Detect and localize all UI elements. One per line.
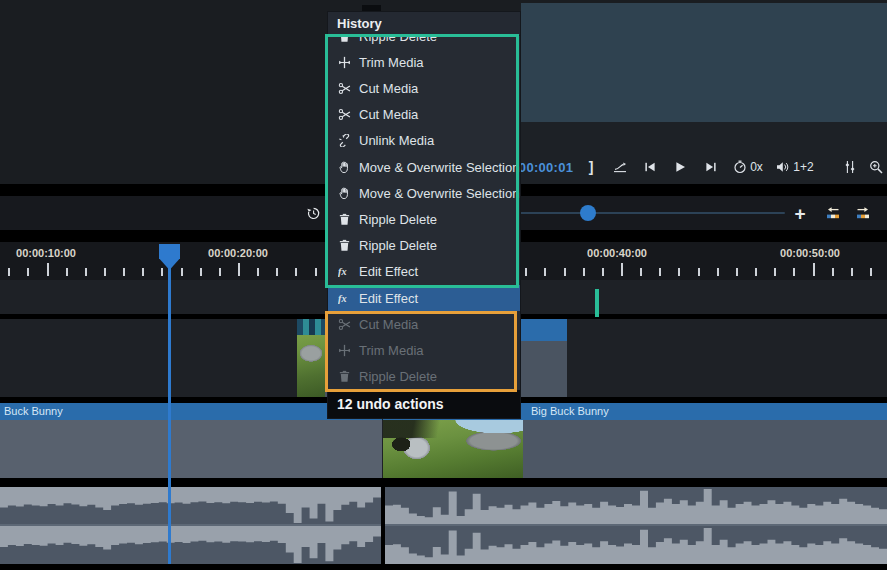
scissors-icon: [337, 108, 351, 122]
svg-text:fx: fx: [338, 293, 347, 304]
history-item[interactable]: Trim Media: [328, 49, 520, 75]
ruler-tick: [736, 268, 738, 276]
fx-icon: fx: [337, 291, 351, 305]
ruler-tick: [295, 268, 297, 276]
ruler-tick: [142, 268, 144, 276]
magnifier-plus-icon: [869, 160, 883, 174]
ruler-tick: [257, 268, 259, 276]
speed-ramp-button[interactable]: [608, 150, 632, 184]
ruler-tick: [525, 268, 527, 276]
history-item[interactable]: Cut Media: [328, 75, 520, 101]
ruler-timestamp: 00:00:10:00: [16, 247, 76, 259]
history-icon: [306, 206, 321, 221]
ruler-tick: [602, 268, 604, 276]
ruler-tick: [27, 268, 29, 276]
previous-frame-button[interactable]: [638, 150, 662, 184]
history-item-label: Cut Media: [359, 317, 418, 332]
ruler-tick: [717, 268, 719, 276]
history-item-label: Move & Overwrite Selection: [359, 186, 519, 201]
playhead-marker[interactable]: [159, 244, 180, 270]
ruler-tick: [276, 268, 278, 276]
history-panel: Ripple DeleteTrim MediaCut MediaCut Medi…: [328, 12, 520, 418]
ruler-tick: [564, 268, 566, 276]
hand-icon: [337, 186, 351, 200]
ruler-tick: [219, 268, 221, 276]
ruler-tick: [813, 263, 815, 276]
history-item[interactable]: Move & Overwrite Selection: [328, 154, 520, 180]
history-item: Ripple Delete: [328, 364, 520, 390]
next-frame-button[interactable]: [699, 150, 723, 184]
move-clip-right-button[interactable]: [850, 196, 876, 230]
hand-icon: [337, 160, 351, 174]
history-item-label: Trim Media: [359, 55, 424, 70]
move-clip-left-button[interactable]: [820, 196, 846, 230]
ruler-tick: [181, 268, 183, 276]
ruler-tick: [851, 268, 853, 276]
history-item-label: Cut Media: [359, 81, 418, 96]
playback-bar: 0:00:00:01 ] 0x 1+2: [500, 150, 887, 184]
history-item[interactable]: Cut Media: [328, 102, 520, 128]
speed-button[interactable]: 0x: [728, 150, 768, 184]
history-item: Cut Media: [328, 311, 520, 337]
audio-channels-button[interactable]: 1+2: [772, 150, 818, 184]
unlink-icon: [337, 134, 351, 148]
trim-icon: [337, 343, 351, 357]
audio-waveform: [0, 526, 381, 563]
audio-waveform: [0, 487, 381, 524]
add-track-button[interactable]: +: [790, 196, 810, 230]
history-panel-title: History: [337, 16, 382, 31]
audio-waveform: [385, 526, 887, 563]
history-item-label: Ripple Delete: [359, 238, 437, 253]
upper-right-panel: [521, 3, 887, 122]
video-clip-buck-bunny[interactable]: Buck Bunny: [0, 403, 382, 478]
history-item[interactable]: Unlink Media: [328, 128, 520, 154]
speed-ramp-icon: [613, 161, 627, 173]
audio-track[interactable]: [0, 487, 887, 564]
ruler-tick: [640, 268, 642, 276]
ruler-tick: [8, 268, 10, 276]
ruler-tick: [659, 268, 661, 276]
clip-header: Buck Bunny: [0, 403, 382, 420]
scissors-icon: [337, 81, 351, 95]
history-item[interactable]: fxEdit Effect: [328, 285, 520, 311]
play-button[interactable]: [668, 150, 692, 184]
trash-icon: [337, 370, 351, 384]
playhead-line[interactable]: [168, 268, 171, 564]
history-item[interactable]: Ripple Delete: [328, 233, 520, 259]
ruler-tick: [544, 268, 546, 276]
previous-frame-icon: [644, 161, 656, 173]
speed-gauge-icon: [733, 160, 747, 174]
ruler-timestamp: 00:00:20:00: [208, 247, 268, 259]
next-frame-icon: [705, 161, 717, 173]
audio-clip-left[interactable]: [0, 487, 381, 564]
history-item[interactable]: Move & Overwrite Selection: [328, 180, 520, 206]
arrange-left-icon: [825, 206, 841, 220]
ruler-timestamp: 00:00:40:00: [587, 247, 647, 259]
history-item: Trim Media: [328, 337, 520, 363]
clip-name-label: Big Buck Bunny: [531, 405, 609, 417]
ruler-tick: [123, 268, 125, 276]
audio-clip-right[interactable]: [385, 487, 887, 564]
history-item[interactable]: fxEdit Effect: [328, 259, 520, 285]
history-item[interactable]: Ripple Delete: [328, 206, 520, 232]
trash-icon: [337, 239, 351, 253]
audio-mixer-button[interactable]: [838, 150, 862, 184]
history-item-label: Edit Effect: [359, 291, 418, 306]
audio-waveform: [385, 487, 887, 524]
audio-mixer-icon: [843, 160, 857, 174]
ruler-tick: [104, 268, 106, 276]
history-panel-header: History: [328, 12, 520, 36]
zoom-slider-handle[interactable]: [580, 205, 596, 221]
bottom-bar: [0, 564, 887, 570]
history-button[interactable]: [301, 196, 325, 230]
ruler-tick: [583, 268, 585, 276]
history-item-label: Move & Overwrite Selection: [359, 160, 519, 175]
clip-thumbnail: [297, 319, 325, 397]
mark-out-button[interactable]: ]: [583, 150, 599, 184]
video-editor-app: 0:00:00:01 ] 0x 1+2 + 00:00:10:0000:00:2…: [0, 0, 887, 570]
history-item-label: Edit Effect: [359, 264, 418, 279]
ruler-tick: [870, 268, 872, 276]
ruler-tick: [621, 263, 623, 276]
ruler-tick: [200, 268, 202, 276]
zoom-in-button[interactable]: [864, 150, 887, 184]
